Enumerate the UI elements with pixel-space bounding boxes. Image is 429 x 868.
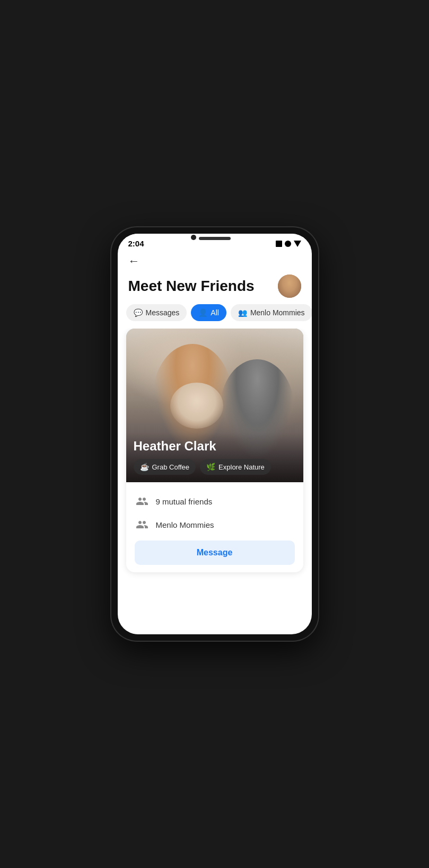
mutual-friends-row: 9 mutual friends	[135, 490, 295, 513]
baby-silhouette	[170, 383, 223, 429]
avatar-image	[278, 274, 301, 298]
group-name-text: Menlo Mommies	[156, 520, 214, 529]
filter-tabs: 💬 Messages 👤 All 👥 Menlo Mommies	[118, 304, 312, 329]
profile-image: Heather Clark ☕ Grab Coffee 🌿 Explore Na…	[126, 329, 303, 482]
page-title: Meet New Friends	[128, 278, 255, 295]
tab-messages[interactable]: 💬 Messages	[126, 304, 187, 321]
signal-dot-icon	[285, 241, 291, 247]
group-row: Menlo Mommies	[135, 513, 295, 536]
content-area: Heather Clark ☕ Grab Coffee 🌿 Explore Na…	[118, 329, 312, 634]
tab-menlo-mommies-label: Menlo Mommies	[250, 308, 305, 317]
camera-dot	[191, 235, 196, 240]
mutual-friends-icon	[135, 494, 150, 509]
group-tab-icon: 👥	[238, 308, 247, 317]
status-time: 2:04	[128, 239, 144, 248]
phone-screen: 2:04 ← Meet New Friends 💬 Messages	[118, 234, 312, 634]
activity-nature: 🌿 Explore Nature	[200, 459, 271, 475]
tab-messages-label: Messages	[146, 308, 180, 317]
profile-card: Heather Clark ☕ Grab Coffee 🌿 Explore Na…	[126, 329, 303, 572]
profile-overlay: Heather Clark ☕ Grab Coffee 🌿 Explore Na…	[126, 432, 303, 482]
message-button[interactable]: Message	[135, 541, 295, 565]
tab-menlo-mommies[interactable]: 👥 Menlo Mommies	[231, 304, 312, 321]
all-icon: 👤	[198, 308, 207, 317]
group-icon	[135, 517, 150, 532]
activity-coffee: ☕ Grab Coffee	[134, 459, 196, 475]
mutual-friends-text: 9 mutual friends	[156, 497, 213, 506]
activity-nature-label: Explore Nature	[218, 463, 265, 471]
nature-icon: 🌿	[206, 463, 215, 471]
profile-name: Heather Clark	[134, 439, 296, 454]
card-info: 9 mutual friends Menlo Mommies Message	[126, 482, 303, 572]
back-row: ←	[118, 248, 312, 272]
coffee-icon: ☕	[140, 463, 149, 471]
activity-coffee-label: Grab Coffee	[152, 463, 190, 471]
people-icon	[136, 495, 148, 508]
back-button[interactable]: ←	[126, 252, 142, 270]
back-arrow-icon: ←	[128, 254, 140, 268]
wifi-icon	[294, 241, 301, 247]
tab-all[interactable]: 👤 All	[191, 304, 226, 321]
messages-icon: 💬	[134, 308, 143, 317]
battery-icon	[276, 241, 282, 247]
group-people-icon	[136, 518, 148, 531]
tab-all-label: All	[211, 308, 219, 317]
phone-frame: 2:04 ← Meet New Friends 💬 Messages	[111, 227, 318, 641]
status-icons	[276, 241, 301, 247]
activity-pills: ☕ Grab Coffee 🌿 Explore Nature	[134, 459, 296, 475]
status-bar: 2:04	[118, 234, 312, 248]
avatar[interactable]	[278, 274, 301, 298]
page-header: Meet New Friends	[118, 272, 312, 304]
